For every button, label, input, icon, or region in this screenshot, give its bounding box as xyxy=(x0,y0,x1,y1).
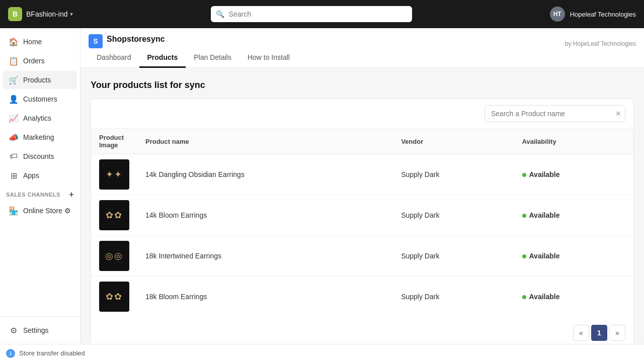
search-clear-icon[interactable]: ✕ xyxy=(615,110,621,118)
sidebar-item-analytics[interactable]: 📈 Analytics xyxy=(3,109,77,127)
col-header-vendor: Vendor xyxy=(393,129,514,154)
pagination-page-1[interactable]: 1 xyxy=(591,325,607,341)
app-logo: S xyxy=(89,34,103,48)
company-name: Hopeleaf Technologies xyxy=(570,11,636,18)
availability-dot-3 xyxy=(522,254,526,258)
app-tabs: Dashboard Products Plan Details How to I… xyxy=(89,48,298,67)
product-thumb-icon-4: ✿✿ xyxy=(106,291,123,302)
online-store-left: 🏪 Online Store xyxy=(9,206,62,215)
content-area: S Shopstoresync Dashboard Products Plan … xyxy=(80,28,644,344)
sidebar-item-products[interactable]: 🛒 Products xyxy=(3,71,77,89)
product-image-cell-2: ✿✿ xyxy=(91,195,137,236)
store-logo: B xyxy=(8,7,22,21)
search-bar[interactable]: 🔍 xyxy=(211,6,412,22)
gear-icon: ⚙ xyxy=(9,326,18,335)
product-search-input[interactable] xyxy=(485,105,625,122)
customers-icon: 👤 xyxy=(9,95,18,104)
product-vendor-cell-3: Supply Dark xyxy=(393,236,514,277)
tab-plan-details[interactable]: Plan Details xyxy=(186,48,239,68)
product-vendor-cell-1: Supply Dark xyxy=(393,154,514,195)
product-thumbnail-4: ✿✿ xyxy=(99,282,129,312)
sidebar-bottom: ⚙ Settings xyxy=(0,316,80,340)
table-row: ✦✦ 14k Dangling Obsidian Earrings Supply… xyxy=(91,154,633,195)
sidebar-label-analytics: Analytics xyxy=(23,114,51,122)
product-availability-cell-1: Available xyxy=(514,154,633,195)
product-availability-cell-3: Available xyxy=(514,236,633,277)
sidebar-item-apps[interactable]: ⊞ Apps xyxy=(3,166,77,185)
pagination-row: « 1 » xyxy=(91,317,633,344)
products-card: ✕ Product Image Product name Vendor Avai… xyxy=(91,99,634,344)
tab-dashboard[interactable]: Dashboard xyxy=(89,48,139,68)
product-thumb-icon-1: ✦✦ xyxy=(106,169,123,180)
sidebar-item-marketing[interactable]: 📣 Marketing xyxy=(3,128,77,146)
main-layout: 🏠 Home 📋 Orders 🛒 Products 👤 Customers 📈… xyxy=(0,28,644,344)
col-header-name: Product name xyxy=(137,129,393,154)
sidebar-label-customers: Customers xyxy=(23,95,57,103)
product-vendor-cell-4: Supply Dark xyxy=(393,277,514,317)
product-search-wrapper[interactable]: ✕ xyxy=(485,105,625,122)
marketing-icon: 📣 xyxy=(9,133,18,142)
product-image-cell-1: ✦✦ xyxy=(91,154,137,195)
product-name-cell-4: 18k Bloom Earrings xyxy=(137,277,393,317)
product-image-cell-3: ◎◎ xyxy=(91,236,137,277)
table-row: ✿✿ 14k Bloom Earrings Supply Dark Availa… xyxy=(91,195,633,236)
discounts-icon: 🏷 xyxy=(9,152,18,161)
col-header-availability: Availability xyxy=(514,129,633,154)
app-by-label: by HopeLeaf Technologies xyxy=(565,34,636,53)
products-content: Your products list for sync ✕ Product Im… xyxy=(80,68,644,344)
tab-how-to-install[interactable]: How to Install xyxy=(239,48,298,68)
sidebar-label-products: Products xyxy=(23,76,51,84)
topbar: B BFashion-ind ▾ 🔍 HT Hopeleaf Technolog… xyxy=(0,0,644,28)
info-icon: i xyxy=(6,349,15,358)
sidebar-item-home[interactable]: 🏠 Home xyxy=(3,33,77,51)
home-icon: 🏠 xyxy=(9,37,18,46)
sales-channels-label: SALES CHANNELS + xyxy=(0,185,80,201)
topbar-left: B BFashion-ind ▾ xyxy=(8,7,73,21)
availability-dot-2 xyxy=(522,214,526,218)
apps-icon: ⊞ xyxy=(9,171,18,180)
availability-dot-4 xyxy=(522,295,526,299)
search-row: ✕ xyxy=(91,99,633,129)
sidebar-label-home: Home xyxy=(23,38,42,46)
settings-gear-icon[interactable]: ⚙ xyxy=(64,207,71,215)
table-row: ✿✿ 18k Bloom Earrings Supply Dark Availa… xyxy=(91,277,633,317)
add-sales-channel-icon[interactable]: + xyxy=(69,190,74,199)
app-header: S Shopstoresync Dashboard Products Plan … xyxy=(80,28,644,68)
sidebar-item-online-store[interactable]: 🏪 Online Store ⚙ xyxy=(3,202,77,220)
sidebar-label-orders: Orders xyxy=(23,57,45,65)
product-name-cell-3: 18k Intertwined Earrings xyxy=(137,236,393,277)
sidebar-item-settings[interactable]: ⚙ Settings xyxy=(3,321,77,339)
products-table: Product Image Product name Vendor Availa… xyxy=(91,129,633,317)
sidebar-label-online-store: Online Store xyxy=(23,207,62,215)
products-list-title: Your products list for sync xyxy=(91,80,634,90)
product-thumb-icon-3: ◎◎ xyxy=(105,250,123,261)
pagination-next[interactable]: » xyxy=(609,325,625,341)
table-row: ◎◎ 18k Intertwined Earrings Supply Dark … xyxy=(91,236,633,277)
col-header-image: Product Image xyxy=(91,129,137,154)
sidebar-item-discounts[interactable]: 🏷 Discounts xyxy=(3,147,77,165)
product-availability-cell-4: Available xyxy=(514,277,633,317)
avatar[interactable]: HT xyxy=(550,7,565,22)
sidebar-item-orders[interactable]: 📋 Orders xyxy=(3,52,77,70)
sidebar-label-discounts: Discounts xyxy=(23,152,54,160)
product-thumbnail-1: ✦✦ xyxy=(99,159,129,190)
chevron-down-icon: ▾ xyxy=(70,11,73,18)
tab-products[interactable]: Products xyxy=(139,48,186,68)
sidebar: 🏠 Home 📋 Orders 🛒 Products 👤 Customers 📈… xyxy=(0,28,80,344)
store-name[interactable]: BFashion-ind ▾ xyxy=(26,10,73,18)
product-name-cell-1: 14k Dangling Obsidian Earrings xyxy=(137,154,393,195)
product-availability-cell-2: Available xyxy=(514,195,633,236)
pagination-prev[interactable]: « xyxy=(573,325,589,341)
availability-dot-1 xyxy=(522,173,526,177)
store-transfer-label: Store transfer disabled xyxy=(19,349,85,357)
app-title-section: S Shopstoresync Dashboard Products Plan … xyxy=(89,34,298,67)
product-thumbnail-2: ✿✿ xyxy=(99,200,129,230)
orders-icon: 📋 xyxy=(9,56,18,65)
sidebar-item-customers[interactable]: 👤 Customers xyxy=(3,90,77,108)
app-title-area: S Shopstoresync xyxy=(89,34,298,48)
product-thumb-icon-2: ✿✿ xyxy=(106,210,123,221)
topbar-right: HT Hopeleaf Technologies xyxy=(550,7,636,22)
online-store-icon: 🏪 xyxy=(9,206,18,215)
product-vendor-cell-2: Supply Dark xyxy=(393,195,514,236)
search-input[interactable] xyxy=(211,6,412,22)
